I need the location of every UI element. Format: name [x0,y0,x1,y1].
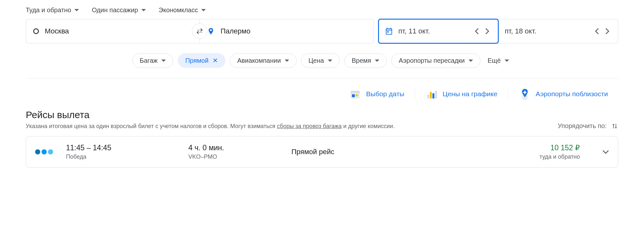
cabin-class-select[interactable]: Экономкласс [159,6,206,14]
filter-time-chip[interactable]: Время [344,53,387,68]
svg-rect-5 [427,95,429,98]
close-icon[interactable]: ✕ [213,57,218,64]
depart-date-value: пт, 11 окт. [398,27,430,35]
date-grid-label: Выбор даты [366,90,404,98]
airline-name: Победа [66,153,175,160]
sort-label: Упорядочить по: [558,122,607,130]
results-subtitle-a: Указана итоговая цена за один взрослый б… [26,123,277,129]
svg-rect-4 [356,94,358,96]
baggage-fees-link[interactable]: сборы за провоз багажа [277,123,342,129]
departure-time: 11:45 [66,144,85,152]
airport-pin-icon [518,88,531,100]
expand-button[interactable] [602,150,609,154]
filter-connecting-airports-label: Аэропорты пересадки [399,57,465,64]
chevron-right-icon [605,28,609,34]
swap-icon [195,28,204,35]
flight-stops: Прямой рейс [291,148,388,156]
chevron-down-icon [505,60,509,62]
location-pin-icon [207,26,215,36]
filter-time-label: Время [352,57,371,64]
chevron-down-icon [375,60,379,62]
date-range-input[interactable]: пт, 11 окт. пт, 18 окт. [378,19,618,43]
chevron-down-icon [161,60,166,62]
chevron-down-icon [285,60,289,62]
price-graph-link[interactable]: Цены на графике [415,88,508,100]
flight-price: 10 152 ₽ [539,144,580,152]
nearby-airports-link[interactable]: Аэропорты поблизости [508,88,618,100]
sort-select[interactable]: Упорядочить по: [558,122,618,130]
return-prev-button[interactable] [592,26,602,36]
sort-icon [611,123,618,130]
trip-type-select[interactable]: Туда и обратно [26,6,79,14]
return-date-value: пт, 18 окт. [505,27,536,35]
flight-duration: 4 ч. 0 мин. [188,144,279,152]
chevron-down-icon [74,9,79,11]
filter-stops-chip[interactable]: Прямой ✕ [178,53,225,68]
flight-result-row[interactable]: 11:45 – 14:45 Победа 4 ч. 0 мин. VKO–PMO… [26,136,618,168]
trip-type-label: Туда и обратно [26,6,71,14]
svg-rect-2 [351,91,360,93]
filter-price-chip[interactable]: Цена [301,53,340,68]
filter-price-label: Цена [308,57,324,64]
depart-next-button[interactable] [482,26,492,36]
chevron-left-icon [595,28,599,34]
filter-bags-chip[interactable]: Багаж [132,53,174,68]
logo-dot [42,149,47,154]
origin-icon [33,28,39,34]
destination-value: Палермо [221,27,251,35]
flight-route: VKO–PMO [188,153,279,160]
svg-rect-6 [430,92,432,98]
svg-rect-3 [352,94,355,97]
date-grid-link[interactable]: Выбор даты [338,88,415,100]
chevron-right-icon [485,28,489,34]
calendar-icon [385,27,393,35]
filter-stops-label: Прямой [185,57,208,64]
destination-input[interactable]: Палермо [200,19,374,43]
chevron-down-icon [469,60,473,62]
depart-prev-button[interactable] [472,26,482,36]
svg-rect-0 [387,31,388,33]
passengers-label: Один пассажир [92,6,138,14]
price-trip-type: туда и обратно [539,153,580,160]
airline-logo [35,149,53,154]
chevron-down-icon [141,9,146,11]
flight-times: 11:45 – 14:45 [66,144,175,152]
bar-chart-icon [425,88,438,100]
price-graph-label: Цены на графике [443,90,497,98]
svg-rect-7 [432,93,434,98]
time-separator: – [87,144,91,152]
depart-date-field[interactable]: пт, 11 окт. [378,19,499,44]
chevron-down-icon [328,60,332,62]
cabin-class-label: Экономкласс [159,6,198,14]
filter-airlines-label: Авиакомпании [237,57,281,64]
filter-connecting-airports-chip[interactable]: Аэропорты пересадки [391,53,480,68]
results-subtitle: Указана итоговая цена за один взрослый б… [26,123,395,130]
filter-bags-label: Багаж [140,57,158,64]
chevron-down-icon [602,150,609,154]
swap-button[interactable] [192,23,207,39]
filter-airlines-chip[interactable]: Авиакомпании [230,53,297,68]
arrival-time: 14:45 [93,144,111,152]
filter-more-button[interactable]: Ещё [485,54,512,68]
results-title: Рейсы вылета [26,109,395,120]
passengers-select[interactable]: Один пассажир [92,6,146,14]
chevron-left-icon [475,28,479,34]
calendar-grid-icon [349,88,362,100]
return-next-button[interactable] [602,26,612,36]
logo-dot [48,149,53,154]
origin-input[interactable]: Москва [26,19,200,43]
chevron-down-icon [201,9,206,11]
filter-more-label: Ещё [488,57,501,64]
svg-rect-8 [435,91,437,98]
return-date-field[interactable]: пт, 18 окт. [499,19,618,43]
origin-value: Москва [45,27,69,35]
logo-dot [35,149,40,154]
nearby-airports-label: Аэропорты поблизости [536,90,608,98]
results-subtitle-b: и другие комиссии. [342,123,395,129]
